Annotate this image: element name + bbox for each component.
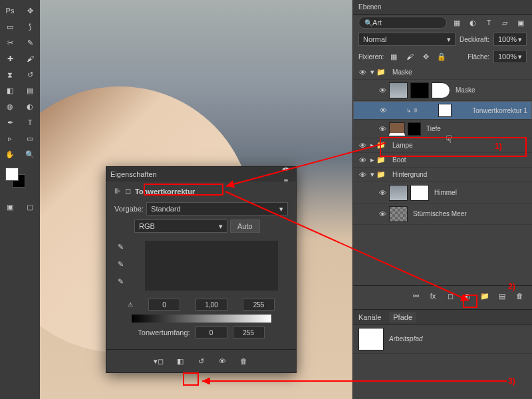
- mask-thumb[interactable]: [408, 122, 421, 136]
- gradient-tool[interactable]: ▤: [21, 83, 39, 98]
- visibility-icon[interactable]: 👁: [357, 156, 368, 164]
- filter-adjust-icon[interactable]: ◐: [467, 17, 479, 29]
- group-hg-row[interactable]: 👁▾ 📁Hintergrund: [353, 168, 532, 182]
- pen-tool[interactable]: ✒: [1, 115, 19, 130]
- output-gradient[interactable]: [132, 315, 271, 323]
- visibility-icon[interactable]: 👁: [357, 142, 368, 150]
- histogram[interactable]: [145, 241, 278, 291]
- visibility-icon[interactable]: 👁: [377, 189, 388, 197]
- fill-input[interactable]: 100%▾: [493, 50, 527, 63]
- marquee-tool[interactable]: ▭: [1, 19, 19, 34]
- heal-tool[interactable]: ✚: [1, 51, 19, 66]
- new-adjustment-icon[interactable]: ◐: [462, 290, 473, 302]
- visibility-icon[interactable]: 👁: [378, 106, 388, 114]
- mask-thumb[interactable]: [410, 185, 429, 201]
- lock-position-icon[interactable]: ✥: [420, 51, 432, 63]
- eyedrop-gray-icon[interactable]: ✎: [114, 258, 126, 270]
- filter-shape-icon[interactable]: ▱: [499, 17, 511, 29]
- group-boot-row[interactable]: 👁▸ 📁Boot: [353, 153, 532, 168]
- path-thumb[interactable]: [358, 328, 384, 350]
- delete-layer-icon[interactable]: 🗑: [513, 290, 525, 302]
- collapse-icon[interactable]: ◂▸: [280, 162, 292, 174]
- eyedrop-white-icon[interactable]: ✎: [114, 275, 126, 287]
- reset-icon[interactable]: ↺: [196, 355, 207, 367]
- hand-tool[interactable]: ✋: [1, 147, 19, 162]
- workpath-row[interactable]: Arbeitspfad: [353, 325, 532, 354]
- layer-name: Himmel: [434, 189, 457, 196]
- screenmode[interactable]: ▢: [21, 200, 39, 214]
- brush-tool[interactable]: 🖌: [21, 51, 39, 66]
- delete-adjustment-icon[interactable]: 🗑: [238, 355, 250, 367]
- filter-smart-icon[interactable]: ▣: [515, 17, 527, 29]
- blur-tool[interactable]: ◍: [1, 99, 19, 114]
- zoom-tool[interactable]: 🔍: [21, 147, 39, 162]
- layer-tiefe-row[interactable]: 👁Tiefe: [353, 120, 532, 138]
- out-high-input[interactable]: [233, 327, 265, 338]
- clip-to-layer-icon[interactable]: ▾◻: [153, 355, 165, 367]
- lasso-tool[interactable]: ⟆: [21, 19, 39, 34]
- stamp-tool[interactable]: ⧗: [1, 67, 19, 82]
- layer-maske-row[interactable]: 👁Maske: [353, 80, 532, 101]
- channels-tab[interactable]: Kanäle: [358, 313, 381, 321]
- highlight-input[interactable]: [243, 299, 275, 311]
- visibility-icon[interactable]: 👁: [377, 210, 388, 218]
- folder-toggle[interactable]: ▸ 📁: [370, 156, 386, 164]
- layer-thumb[interactable]: [389, 206, 408, 222]
- layers-panel-tab[interactable]: Ebenen: [353, 0, 532, 15]
- preset-select[interactable]: Standard▾: [146, 202, 288, 215]
- lock-transparent-icon[interactable]: ▦: [388, 51, 400, 63]
- mask-mode-icon[interactable]: ◻: [125, 187, 131, 196]
- path-select[interactable]: ▹: [1, 131, 19, 146]
- paths-tab[interactable]: Pfade: [389, 312, 416, 323]
- visibility-icon[interactable]: 👁: [357, 68, 368, 76]
- filter-text-icon[interactable]: T: [483, 17, 495, 29]
- layer-meer-row[interactable]: 👁Stürmisches Meer: [353, 203, 532, 225]
- new-group-icon[interactable]: 📁: [479, 290, 491, 302]
- eraser-tool[interactable]: ◧: [1, 83, 19, 98]
- history-brush[interactable]: ↺: [21, 67, 39, 82]
- filter-pixel-icon[interactable]: ▦: [451, 17, 463, 29]
- visibility-icon[interactable]: 👁: [377, 86, 388, 94]
- mask-thumb2[interactable]: [432, 82, 450, 98]
- crop-tool[interactable]: ✂: [1, 35, 19, 50]
- layer-thumb[interactable]: [389, 82, 408, 98]
- eyedropper-tool[interactable]: ✎: [21, 35, 39, 50]
- shadow-input[interactable]: [148, 299, 180, 311]
- channel-select[interactable]: RGB▾: [134, 219, 227, 233]
- layer-filter[interactable]: 🔍 Art: [358, 17, 447, 29]
- midtone-input[interactable]: [196, 299, 227, 311]
- layer-himmel-row[interactable]: 👁Himmel: [353, 182, 532, 203]
- quickmask-toggle[interactable]: ▣: [1, 200, 19, 214]
- add-mask-icon[interactable]: ◻: [444, 290, 456, 302]
- eyedrop-black-icon[interactable]: ✎: [114, 241, 126, 253]
- group-maske-row[interactable]: 👁▾ 📁Maske: [353, 65, 532, 80]
- mask-thumb[interactable]: [438, 104, 452, 117]
- opacity-input[interactable]: 100%▾: [493, 33, 527, 46]
- dodge-tool[interactable]: ◐: [21, 99, 39, 114]
- link-layers-icon[interactable]: ⚯: [410, 290, 422, 302]
- mask-thumb[interactable]: [410, 82, 429, 98]
- type-tool[interactable]: T: [21, 115, 39, 130]
- folder-toggle[interactable]: ▾ 📁: [370, 170, 386, 179]
- layer-levels-row[interactable]: 👁↳ ⊪Tonwertkorrektur 1: [353, 101, 532, 120]
- layer-thumb[interactable]: [389, 122, 405, 136]
- move-tool[interactable]: ✥: [21, 3, 39, 18]
- panel-menu-icon[interactable]: ≡: [280, 174, 292, 186]
- new-layer-icon[interactable]: ▤: [496, 290, 508, 302]
- layer-thumb[interactable]: [389, 185, 408, 201]
- visibility-icon[interactable]: 👁: [357, 171, 368, 179]
- lock-all-icon[interactable]: 🔒: [436, 51, 448, 63]
- out-low-input[interactable]: [196, 327, 227, 338]
- auto-button[interactable]: Auto: [230, 219, 260, 233]
- foreground-swatch[interactable]: [5, 168, 19, 181]
- view-previous-icon[interactable]: ◧: [174, 355, 186, 367]
- fx-icon[interactable]: fx: [427, 290, 439, 302]
- shape-tool[interactable]: ▭: [21, 131, 39, 146]
- folder-toggle[interactable]: ▸ 📁: [370, 141, 386, 150]
- toggle-visibility-icon[interactable]: 👁: [217, 355, 229, 367]
- folder-toggle[interactable]: ▾ 📁: [370, 68, 386, 76]
- blend-mode-select[interactable]: Normal▾: [358, 33, 456, 46]
- group-lampe-row[interactable]: 👁▸ 📁Lampe: [353, 138, 532, 153]
- lock-pixels-icon[interactable]: 🖌: [404, 51, 416, 63]
- visibility-icon[interactable]: 👁: [377, 125, 388, 133]
